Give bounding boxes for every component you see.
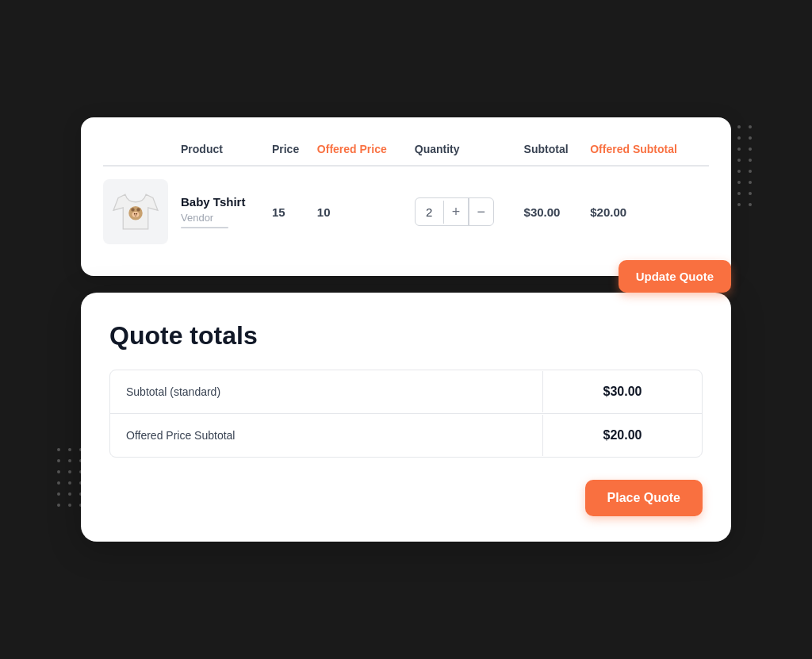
product-table: Product Price Offered Price Quantity Sub… xyxy=(103,136,709,257)
totals-value-subtotal: $30.00 xyxy=(543,370,702,413)
subtotal-cell: $30.00 xyxy=(524,166,591,257)
product-name-cell: Baby Tshirt Vendor xyxy=(181,166,272,257)
svg-point-5 xyxy=(132,212,140,217)
product-tshirt-image xyxy=(108,184,163,239)
col-header-offered-price: Offered Price xyxy=(317,136,415,166)
product-price-cell: 15 xyxy=(272,166,317,257)
col-header-offered-subtotal: Offered Subtotal xyxy=(590,136,709,166)
offered-price-cell: 10 xyxy=(317,166,415,257)
quote-totals-title: Quote totals xyxy=(109,321,703,351)
col-header-product: Product xyxy=(181,136,272,166)
place-quote-btn-wrapper: Place Quote xyxy=(109,480,703,516)
svg-point-4 xyxy=(136,208,140,211)
totals-row-offered: Offered Price Subtotal $20.00 xyxy=(110,414,702,457)
totals-table: Subtotal (standard) $30.00 Offered Price… xyxy=(109,370,703,458)
col-header-quantity: Quantity xyxy=(415,136,524,166)
product-row: Baby Tshirt Vendor 15 10 2 + − xyxy=(103,166,709,257)
totals-row-subtotal: Subtotal (standard) $30.00 xyxy=(110,370,702,414)
product-vendor: Vendor xyxy=(181,212,262,224)
col-header-subtotal: Subtotal xyxy=(524,136,591,166)
product-name: Baby Tshirt xyxy=(181,195,262,209)
quantity-stepper: 2 + − xyxy=(415,197,494,226)
product-image-wrapper xyxy=(103,179,168,244)
quote-totals-card: Quote totals Subtotal (standard) $30.00 … xyxy=(81,293,731,542)
offered-subtotal-cell: $20.00 xyxy=(590,166,709,257)
update-quote-button[interactable]: Update Quote xyxy=(619,260,731,293)
svg-point-6 xyxy=(134,213,136,215)
update-quote-btn-wrapper: Update Quote xyxy=(81,260,731,293)
totals-label-offered: Offered Price Subtotal xyxy=(110,415,543,456)
svg-point-3 xyxy=(131,208,134,211)
col-header-price: Price xyxy=(272,136,317,166)
place-quote-button[interactable]: Place Quote xyxy=(585,480,703,516)
totals-value-offered: $20.00 xyxy=(543,414,702,457)
page-wrapper: const dotContainer1 = document.querySele… xyxy=(81,117,731,542)
quantity-decrease-button[interactable]: − xyxy=(469,198,493,225)
vendor-underline xyxy=(181,227,228,228)
svg-point-7 xyxy=(136,213,137,215)
quantity-increase-button[interactable]: + xyxy=(444,198,468,225)
totals-label-subtotal: Subtotal (standard) xyxy=(110,371,543,412)
col-header-image xyxy=(103,136,181,166)
product-image-cell xyxy=(103,166,181,257)
quantity-cell: 2 + − xyxy=(415,166,524,257)
product-card: Product Price Offered Price Quantity Sub… xyxy=(81,117,731,276)
quantity-value: 2 xyxy=(416,201,444,224)
